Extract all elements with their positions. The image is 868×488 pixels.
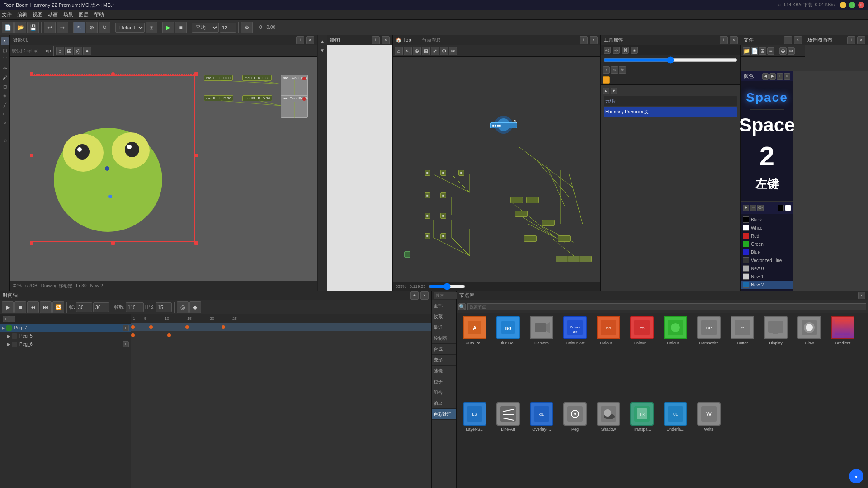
handle-tr[interactable] [194,72,198,76]
file-add-btn[interactable]: + [784,36,792,44]
tool-line[interactable]: ╱ [1,100,9,108]
menu-help[interactable]: 帮助 [94,11,104,18]
tl-stop-btn[interactable]: ■ [14,301,26,313]
undo-btn[interactable]: ↩ [44,22,56,33]
node-g1[interactable]: ■ [425,170,430,176]
tool-props-add-btn[interactable]: + [720,36,728,44]
net-select-btn[interactable]: ↖ [404,47,412,55]
kb-add-btn[interactable]: + [777,73,783,80]
network-view[interactable]: ■ ■ ■ ■ ■ ■ ■ ■ ■ ■■■■ ↖ [393,57,600,291]
kb-color-black[interactable] [778,205,784,211]
menu-view[interactable]: 视图 [33,11,42,18]
kb-bc1[interactable]: + [743,205,749,211]
net-home-btn[interactable]: ⌂ [395,47,403,55]
file-close-btn[interactable]: × [794,36,802,44]
node-g6[interactable]: ■ [425,213,430,219]
tl-frames-6[interactable] [131,339,431,347]
tl-fps-input[interactable] [156,302,172,312]
effect-underlay[interactable]: UL Underla... [660,402,691,486]
new-btn[interactable]: 📄 [2,22,14,33]
minimize-btn[interactable]: − [840,2,846,8]
kb-btn1[interactable]: ◀ [762,73,769,80]
file-tb5[interactable]: ⊕ [779,47,787,55]
node-g2[interactable]: ■ [440,170,446,176]
effect-glow[interactable]: Glow [794,316,825,399]
handle-br[interactable] [194,241,198,245]
tl-prev-btn[interactable]: ⏮ [27,301,39,313]
cat-controller[interactable]: 控制器 [432,333,456,344]
file-tb1[interactable]: 📁 [743,47,750,55]
layer-up-btn[interactable]: ▲ [603,88,609,94]
tool-fill[interactable]: ◈ [1,91,9,99]
menu-animation[interactable]: 动画 [48,11,58,18]
swatch-new1[interactable]: New 1 [741,272,793,281]
tl-layer-peg7[interactable]: ▶ Peg_7 + [0,324,131,332]
effect-cutter[interactable]: ✂ Cutter [727,316,758,399]
tl-add-7[interactable]: + [123,325,129,331]
tl-close-btn[interactable]: × [420,291,429,300]
drawing-add-btn[interactable]: + [372,36,380,44]
swatch-new2[interactable]: New 2 [741,281,793,289]
effect-peg[interactable]: Peg [560,402,590,486]
cat-filter[interactable]: 滤镜 [432,366,456,376]
net-connect-btn[interactable]: ⊕ [413,47,421,55]
effect-shadow[interactable]: Shadow [593,402,624,486]
tl-frames-7[interactable] [131,323,431,331]
scroll-down-btn[interactable]: ▼ [318,46,326,54]
tool-rect[interactable]: □ [1,109,9,117]
node-big-3[interactable] [515,211,528,217]
tool-transform[interactable]: ⊕ [1,136,9,145]
close-btn[interactable]: × [858,2,864,8]
swatch-red[interactable]: Red [741,232,793,240]
node-bottom-green[interactable] [404,251,410,258]
effect-colour-override1[interactable]: CO Colour-... [593,316,624,399]
effect-write[interactable]: W Write [693,402,724,486]
tl-loop-btn[interactable]: 🔁 [52,301,64,313]
cat-group[interactable]: 组合 [432,387,456,398]
add-layer-btn[interactable]: + [3,316,9,322]
tool-op2[interactable]: ⊕ [611,66,618,74]
open-btn[interactable]: 📂 [14,22,26,33]
node-g5[interactable]: ■ [440,192,446,198]
effect-layer-scale[interactable]: LS Layer-S... [459,402,490,486]
node-big-6[interactable] [524,235,537,242]
layer-row-2[interactable]: Harmony Premium 文... [604,107,737,117]
menu-file[interactable]: 文件 [2,11,12,18]
tool-text[interactable]: T [1,127,9,136]
kb-color-white[interactable] [785,205,791,211]
tl-max-input[interactable] [126,302,144,312]
kb-bc2[interactable]: − [750,205,756,211]
redo-btn[interactable]: ↪ [57,22,68,33]
tl-next-btn[interactable]: ⏭ [40,301,52,313]
level-select[interactable]: 平均 [192,23,219,33]
effect-line-art[interactable]: Line-Art [493,402,524,486]
layer-down-btn[interactable]: ▼ [611,88,617,94]
effect-gradient[interactable]: Gradient [827,316,858,399]
network-close-btn[interactable]: × [590,36,598,44]
net-expand-btn[interactable]: ⤢ [431,47,439,55]
tool-contour[interactable]: ⌒ [1,55,9,63]
node-big-4[interactable] [542,220,555,226]
tl-frames-5[interactable] [131,331,431,339]
cat-particle[interactable]: 粒子 [432,376,456,387]
transform-btn[interactable]: ⊕ [86,22,98,33]
scene-close-btn[interactable]: × [857,36,865,44]
file-tb3[interactable]: ⊞ [759,47,766,55]
swatch-green[interactable]: Green [741,240,793,248]
tl-play-btn[interactable]: ▶ [2,301,14,313]
menu-layer[interactable]: 图层 [79,11,89,18]
handle-bm[interactable] [111,241,115,245]
swatch-vectorized[interactable]: Vectorized Line [741,256,793,264]
swatch-blue[interactable]: Blue [741,248,793,256]
handle-bl[interactable] [30,241,33,245]
selected-node[interactable]: ■■■■ [490,122,517,128]
tl-layer-peg5[interactable]: ▶ Peg_5 [0,332,131,340]
drawing-canvas[interactable] [327,45,392,291]
handle-tm[interactable] [111,72,115,76]
kf-7-2[interactable] [149,325,153,329]
cat-fav[interactable]: 收藏 [432,311,456,322]
settings-btn[interactable]: ⚙ [241,22,253,33]
select-btn[interactable]: ↖ [73,22,85,33]
cam-home-btn[interactable]: ⌂ [56,47,64,55]
tool-arrow[interactable]: ↖ [1,37,9,45]
